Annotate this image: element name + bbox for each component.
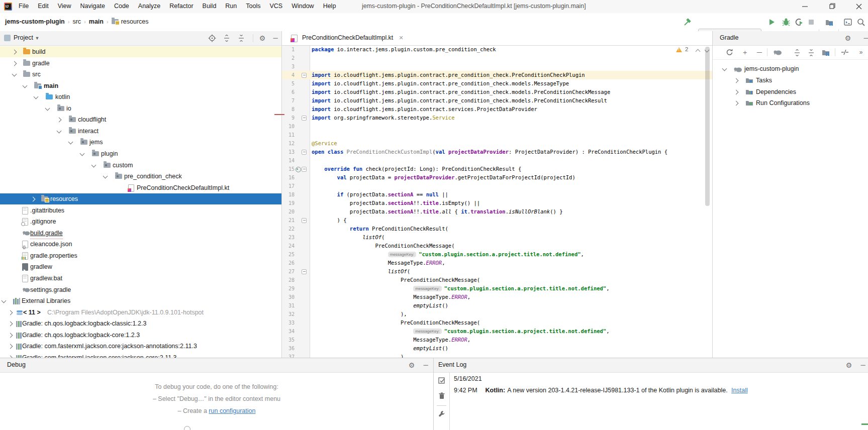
event-log-settings-gear-icon[interactable]: ⚙ [845, 361, 853, 369]
run-configuration-link[interactable]: run configuration [209, 407, 255, 414]
terminal-icon[interactable] [843, 17, 853, 27]
project-tree-row[interactable]: gradlew [0, 261, 281, 272]
project-settings-gear-icon[interactable]: ⚙ [258, 34, 266, 42]
editor-scrollbar[interactable] [705, 47, 710, 206]
fold-marker-icon[interactable] [302, 269, 307, 274]
breadcrumb-item[interactable]: jems-custom-plugin [5, 18, 65, 25]
close-tab-icon[interactable]: ✕ [399, 35, 404, 41]
breadcrumb-item[interactable]: resources [121, 18, 149, 25]
gradle-refresh-icon[interactable] [725, 48, 734, 57]
menu-navigate[interactable]: Navigate [76, 0, 110, 13]
chevron-down-icon[interactable] [57, 129, 62, 134]
chevron-down-icon[interactable] [12, 72, 17, 77]
chevron-down-icon[interactable] [45, 106, 50, 111]
project-tree-row[interactable]: kotlin [0, 91, 281, 102]
project-tree-row[interactable]: plugin [0, 148, 281, 159]
project-tree-row[interactable]: Gradle: com.fasterxml.jackson.core:jacks… [0, 341, 281, 352]
project-tree-row[interactable]: PreConditionCheckDefaultImpl.kt [0, 182, 281, 193]
project-tree-row[interactable]: src [0, 69, 281, 80]
close-window-button[interactable] [847, 0, 868, 13]
project-tree-row[interactable]: cloudflight [0, 114, 281, 125]
project-tree-row[interactable]: Gradle: com.fasterxml.jackson.core:jacks… [0, 352, 281, 358]
project-tree-row[interactable]: build.gradle [0, 228, 281, 239]
project-tree-row[interactable]: interact [0, 126, 281, 137]
hide-event-log-icon[interactable]: ─ [859, 361, 867, 369]
gradle-expand-all-icon[interactable] [793, 48, 802, 57]
chevron-right-icon[interactable] [57, 118, 62, 123]
gradle-collapse-all-icon[interactable] [807, 48, 816, 57]
project-tree-row[interactable]: gradle.properties [0, 250, 281, 261]
project-tree-row[interactable]: < 11 >C:\Program Files\AdoptOpenJDK\jdk-… [0, 307, 281, 318]
chevron-right-icon[interactable] [12, 50, 17, 55]
menu-run[interactable]: Run [221, 0, 241, 13]
project-tree-row[interactable]: build [0, 46, 281, 57]
chevron-down-icon[interactable] [91, 163, 97, 168]
run-button[interactable] [766, 17, 777, 27]
gradle-execute-icon[interactable] [773, 48, 782, 57]
editor-area[interactable]: 1package io.interact.jems.plugin.custom.… [282, 31, 712, 358]
fold-marker-icon[interactable] [302, 218, 307, 223]
debug-settings-gear-icon[interactable]: ⚙ [408, 361, 416, 369]
editor-tab[interactable]: PreConditionCheckDefaultImpl.kt ✕ [285, 31, 409, 45]
hide-project-panel-icon[interactable]: ─ [271, 34, 279, 42]
menu-edit[interactable]: Edit [33, 0, 53, 13]
menu-file[interactable]: File [14, 0, 33, 13]
chevron-down-icon[interactable] [2, 298, 7, 303]
chevron-right-icon[interactable] [12, 61, 17, 66]
chevron-down-icon[interactable] [23, 83, 28, 88]
project-tree-row[interactable]: External Libraries [0, 295, 281, 306]
chevron-down-icon[interactable] [103, 174, 108, 179]
project-panel-title[interactable]: Project ▼ [14, 31, 39, 45]
chevron-right-icon[interactable] [734, 78, 739, 83]
collapse-all-icon[interactable] [237, 34, 245, 42]
event-log-wrench-icon[interactable] [438, 410, 445, 417]
chevron-down-icon[interactable] [34, 94, 39, 99]
mark-all-read-icon[interactable] [438, 377, 445, 384]
project-tree-row[interactable]: Gradle: ch.qos.logback:logback-classic:1… [0, 318, 281, 329]
project-tree-row[interactable]: settings.gradle [0, 284, 281, 295]
chevron-down-icon[interactable] [68, 140, 73, 145]
breadcrumb-item[interactable]: src [72, 18, 81, 25]
select-opened-file-icon[interactable] [208, 34, 216, 42]
chevron-down-icon[interactable] [722, 66, 727, 71]
chevron-right-icon[interactable] [31, 197, 36, 202]
chevron-right-icon[interactable] [8, 344, 13, 349]
menu-vcs[interactable]: VCS [265, 0, 287, 13]
project-tree-row[interactable]: jems [0, 137, 281, 148]
project-tree-row[interactable]: gradle [0, 58, 281, 69]
project-tree-row[interactable]: Gradle: ch.qos.logback:logback-core:1.2.… [0, 330, 281, 341]
chevron-right-icon[interactable] [8, 321, 13, 327]
breadcrumb-item[interactable]: main [89, 18, 104, 25]
debug-button[interactable] [781, 17, 791, 27]
project-tree-row[interactable]: io [0, 103, 281, 114]
menu-build[interactable]: Build [198, 0, 221, 13]
menu-view[interactable]: View [53, 0, 76, 13]
gradle-dependencies-view-icon[interactable] [821, 48, 830, 57]
menu-code[interactable]: Code [110, 0, 134, 13]
project-tree-row[interactable]: pre_condition_check [0, 171, 281, 182]
gradle-more-icon[interactable]: » [856, 48, 865, 57]
search-everywhere-icon[interactable] [856, 17, 866, 27]
menu-analyze[interactable]: Analyze [134, 0, 165, 13]
project-tree-row[interactable]: custom [0, 160, 281, 171]
fold-marker-icon[interactable] [302, 116, 307, 121]
project-tree-row[interactable]: gradlew.bat [0, 273, 281, 284]
menu-help[interactable]: Help [319, 0, 341, 13]
chevron-right-icon[interactable] [734, 101, 739, 106]
hide-gradle-panel-icon[interactable]: ─ [862, 34, 868, 42]
run-with-coverage-button[interactable] [794, 17, 804, 27]
expand-all-icon[interactable] [223, 34, 231, 42]
fold-marker-icon[interactable] [302, 167, 307, 172]
install-link[interactable]: Install [731, 387, 748, 394]
fold-marker-icon[interactable] [302, 150, 307, 155]
override-method-gutter-icon[interactable] [296, 167, 301, 172]
gradle-settings-gear-icon[interactable]: ⚙ [844, 34, 852, 42]
menu-window[interactable]: Window [287, 0, 318, 13]
menu-tools[interactable]: Tools [241, 0, 265, 13]
menu-refactor[interactable]: Refactor [165, 0, 198, 13]
chevron-right-icon[interactable] [8, 310, 13, 315]
project-tree-row[interactable]: cleancode.json [0, 239, 281, 250]
gradle-add-icon[interactable]: ＋ [740, 48, 749, 57]
fold-marker-icon[interactable] [302, 73, 307, 78]
project-tree-row[interactable]: .gitattributes [0, 205, 281, 216]
